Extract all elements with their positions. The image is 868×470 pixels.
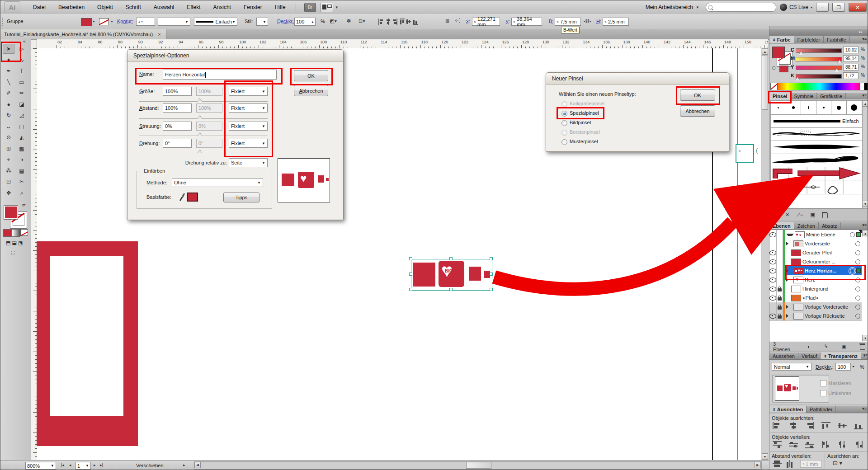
ok-button[interactable]: OK — [680, 89, 715, 101]
perspective-grid-tool[interactable]: ◭ — [16, 132, 28, 142]
column-graph-tool[interactable]: ▤ — [16, 166, 28, 176]
lock-cell[interactable] — [777, 275, 783, 284]
selection-handle[interactable] — [449, 288, 453, 291]
menu-schrift[interactable]: Schrift — [119, 1, 147, 14]
layer-name[interactable]: Herz Horizo... — [805, 268, 836, 273]
lock-cell[interactable] — [777, 239, 783, 248]
black-swatch[interactable] — [864, 83, 868, 90]
calligraphic-brush[interactable] — [771, 101, 786, 114]
align-icon-dd2[interactable] — [433, 18, 439, 25]
align-ac-button[interactable] — [788, 422, 799, 431]
align-icon-ab[interactable] — [412, 18, 418, 25]
selection-handle[interactable] — [490, 273, 493, 276]
stroke-weight-label[interactable]: Kontur: — [117, 19, 133, 24]
param-slider-marker-2[interactable] — [198, 133, 202, 136]
x-field[interactable]: ⇅122,271 mm — [472, 18, 500, 26]
ok-button[interactable]: OK — [294, 70, 328, 81]
collapse-to-icons-icon[interactable]: ▸▸ — [859, 30, 863, 34]
neuer-pinsel-dialog[interactable]: Neuer Pinsel Wählen Sie einen neuen Pins… — [546, 72, 729, 152]
x-label[interactable]: x: — [466, 19, 470, 24]
slider-thumb[interactable] — [835, 69, 839, 72]
layer-thumbnail[interactable] — [791, 286, 801, 292]
expander-icon[interactable] — [786, 269, 793, 273]
tab-transparenz[interactable]: ⇕Transparenz — [821, 352, 861, 359]
menu-hilfe[interactable]: Hilfe — [269, 1, 292, 14]
layer-thumbnail[interactable]: → — [791, 249, 801, 256]
tips-button[interactable]: Tipps — [223, 193, 259, 202]
mesh-tool[interactable]: ⊞ — [3, 144, 14, 154]
target-circle-icon[interactable] — [855, 250, 860, 255]
selection-handle[interactable] — [409, 288, 412, 291]
layer-thumbnail[interactable]: ♥ — [793, 268, 803, 274]
zoom-tool[interactable]: ⌕ — [16, 188, 28, 198]
distribute-db-button[interactable] — [805, 441, 816, 450]
scroll-right-arrow[interactable]: ▶ — [755, 462, 761, 468]
spezialpinsel-optionen-dialog[interactable]: Spezialpinsel-Optionen Name: Herzen Hori… — [127, 49, 344, 220]
zoom-level-dropdown[interactable]: 800%▼ — [25, 462, 56, 470]
spin-arrows[interactable]: ⇅ — [557, 20, 559, 24]
layers-scroll-down[interactable]: ▼ — [862, 335, 868, 341]
spinner-icon[interactable]: ▸ — [312, 20, 314, 24]
width-profile-dropdown[interactable]: ▼ — [158, 18, 190, 26]
calligraphic-brush[interactable] — [847, 101, 862, 114]
distribute-dm-button[interactable] — [788, 441, 799, 450]
brush-scroll-down[interactable]: ▼ — [862, 201, 868, 207]
panel-menu-icon[interactable]: ▾≡ — [860, 222, 868, 229]
empty-text-box[interactable]: × — [736, 144, 754, 163]
type-tool[interactable]: T — [16, 66, 28, 76]
param-value-3[interactable]: 0° — [163, 139, 192, 148]
align-icon-at[interactable] — [399, 18, 405, 25]
hscroll-thumb[interactable] — [466, 462, 491, 469]
lock-cell[interactable] — [777, 257, 783, 266]
rectangle-tool[interactable]: ▭ — [16, 77, 28, 87]
vertical-scrollbar[interactable]: ▲▼ — [761, 48, 769, 460]
panel-menu-icon[interactable]: ▾≡ — [860, 93, 868, 99]
blob-brush-tool[interactable]: ● — [3, 99, 14, 109]
align-ab-button[interactable] — [854, 422, 864, 431]
close-button[interactable]: ✕ — [849, 3, 867, 12]
tab-pathfinder[interactable]: Pathfinder — [807, 406, 836, 413]
spacing-sv-button[interactable] — [772, 460, 783, 469]
layer-row[interactable]: ♥Herz — [769, 275, 862, 285]
width-tool[interactable]: ↔ — [3, 122, 14, 132]
lock-cell[interactable] — [777, 248, 783, 257]
visibility-cell[interactable] — [769, 311, 777, 320]
chevron-down-icon[interactable]: ▼ — [335, 5, 339, 9]
visibility-cell[interactable] — [769, 239, 777, 248]
selection-handle[interactable] — [490, 288, 493, 291]
tab-verlauf[interactable]: Verlauf — [798, 352, 821, 359]
opacity-mask-icon[interactable]: ◩▾ — [330, 18, 337, 24]
draw-mode-icon[interactable]: ⬒ ⬓ ⬔ — [6, 240, 23, 246]
tab-farbe[interactable]: ⇕Farbe — [769, 36, 794, 43]
align-icon-al[interactable] — [378, 18, 384, 25]
target-circle-icon[interactable] — [855, 296, 860, 301]
target-circle-icon[interactable] — [855, 241, 860, 246]
target-circle-icon[interactable] — [855, 259, 860, 264]
menu-objekt[interactable]: Objekt — [91, 1, 119, 14]
selection-handle[interactable] — [449, 257, 453, 260]
scroll-up-arrow[interactable]: ▲ — [762, 48, 768, 55]
color-spectrum-bar[interactable] — [770, 83, 868, 90]
first-page-icon[interactable]: |◂ — [61, 463, 64, 467]
channel-value-Y[interactable]: 88,71 — [843, 64, 859, 70]
calligraphic-brush[interactable] — [786, 101, 802, 114]
channel-value-M[interactable]: 95,14 — [843, 55, 859, 62]
recolor-artwork-icon[interactable]: ✽ — [347, 18, 351, 24]
prev-page-icon[interactable]: ◂ — [69, 463, 71, 467]
gradient-button[interactable] — [12, 229, 20, 237]
layer-row[interactable]: ·Vorlage Rückseite — [769, 311, 862, 321]
new-brush-icon[interactable]: ▣ — [810, 212, 815, 218]
spin-arrows[interactable]: ▲▼ — [138, 20, 143, 23]
none-swatch[interactable] — [770, 83, 778, 90]
selection-tool[interactable]: ➤ — [3, 44, 14, 54]
eraser-tool[interactable]: ◪ — [16, 99, 28, 109]
tab-farbfelder[interactable]: Farbfelder — [794, 36, 824, 43]
layer-thumbnail[interactable]: ♥ — [795, 231, 805, 238]
screen-mode-icon[interactable]: ⛶ — [11, 250, 15, 256]
param-mode-dropdown-2[interactable]: Fixiert▼ — [229, 122, 268, 131]
gradient-tool[interactable]: ▩ — [16, 144, 28, 154]
visibility-cell[interactable] — [769, 302, 777, 311]
tab-ausrichten[interactable]: ⇕Ausrichten — [769, 406, 807, 413]
menu-ansicht[interactable]: Ansicht — [207, 1, 237, 14]
menu-fenster[interactable]: Fenster — [237, 1, 269, 14]
